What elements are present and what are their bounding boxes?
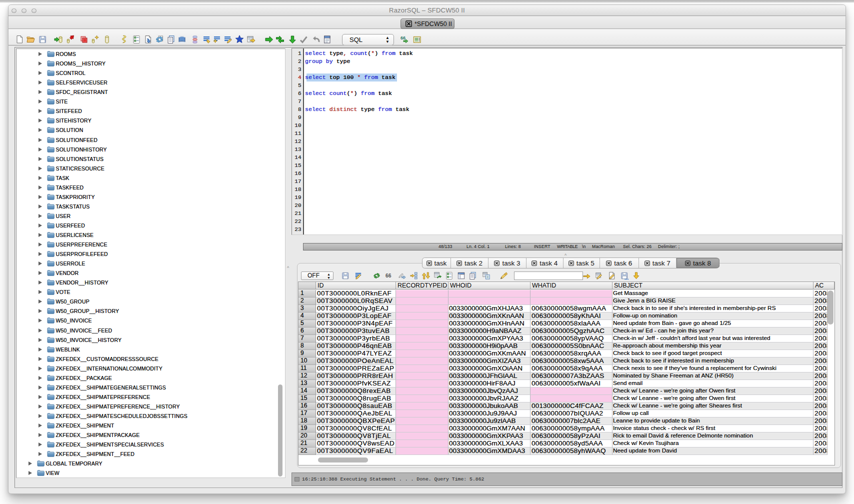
svg-text:66: 66 <box>386 273 392 278</box>
svg-text:66: 66 <box>400 36 406 40</box>
